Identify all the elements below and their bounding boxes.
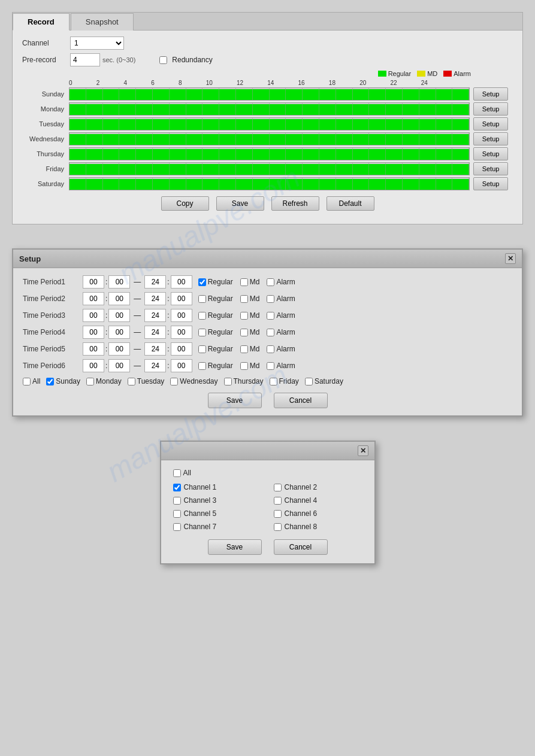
- period-from-m-6[interactable]: [108, 359, 130, 372]
- channel-1-checkbox[interactable]: [173, 484, 181, 491]
- setup-btn-monday[interactable]: Setup: [473, 102, 508, 116]
- period-1-regular-checkbox[interactable]: [198, 278, 206, 286]
- day-monday-checkbox[interactable]: [86, 378, 94, 385]
- period-to-h-3[interactable]: [144, 309, 166, 322]
- day-all-checkbox[interactable]: [23, 378, 31, 385]
- period-5-regular-checkbox[interactable]: [198, 345, 206, 353]
- timeline-friday[interactable]: [69, 162, 470, 175]
- save-button[interactable]: Save: [216, 196, 264, 211]
- redundancy-label: Redundancy: [172, 56, 212, 64]
- period-to-h-2[interactable]: [144, 292, 166, 305]
- redundancy-checkbox[interactable]: [159, 56, 167, 64]
- timeline-monday[interactable]: [69, 102, 470, 116]
- setup-cancel-button[interactable]: Cancel: [274, 393, 328, 408]
- channel-7-checkbox[interactable]: [173, 523, 181, 531]
- legend-alarm-label: Alarm: [454, 70, 471, 77]
- day-tuesday-checkbox[interactable]: [128, 378, 135, 385]
- setup-btn-tuesday[interactable]: Setup: [473, 117, 508, 130]
- setup-btn-sunday[interactable]: Setup: [473, 87, 508, 101]
- period-1-md-checkbox[interactable]: [240, 278, 248, 286]
- period-4-regular-checkbox[interactable]: [198, 329, 206, 336]
- timeline-thursday[interactable]: [69, 147, 470, 160]
- setup-btn-thursday[interactable]: Setup: [473, 147, 508, 160]
- tab-record[interactable]: Record: [13, 13, 69, 31]
- default-button[interactable]: Default: [327, 196, 374, 211]
- channel-4-checkbox[interactable]: [274, 497, 282, 505]
- timeline-saturday[interactable]: [69, 177, 470, 190]
- period-from-h-4[interactable]: [83, 326, 104, 339]
- period-from-m-3[interactable]: [108, 309, 130, 322]
- period-from-m-2[interactable]: [108, 292, 130, 305]
- period-4-alarm-checkbox[interactable]: [267, 329, 274, 336]
- timeline-wednesday[interactable]: [69, 132, 470, 145]
- period-3-md-checkbox[interactable]: [240, 312, 248, 320]
- channel-all-checkbox[interactable]: [173, 469, 181, 477]
- channel-save-button[interactable]: Save: [208, 539, 262, 555]
- period-5-md-checkbox[interactable]: [240, 345, 248, 353]
- day-sunday-checkbox[interactable]: [46, 378, 54, 385]
- channel-2-checkbox[interactable]: [274, 484, 282, 491]
- channel-3-checkbox[interactable]: [173, 497, 181, 505]
- period-row-4: Time Period4:—:RegularMdAlarm: [23, 326, 512, 339]
- setup-btn-wednesday[interactable]: Setup: [473, 132, 508, 145]
- channel-item-4: Channel 4: [274, 496, 362, 505]
- period-to-h-1[interactable]: [144, 275, 166, 289]
- period-1-md: Md: [240, 278, 260, 286]
- setup-close-button[interactable]: ✕: [505, 253, 516, 264]
- channel-close-button[interactable]: ✕: [358, 445, 368, 456]
- day-thursday-checkbox[interactable]: [224, 378, 232, 385]
- day-wednesday-checkbox[interactable]: [170, 378, 178, 385]
- period-from-h-5[interactable]: [83, 342, 104, 356]
- period-from-h-6[interactable]: [83, 359, 104, 372]
- period-from-m-4[interactable]: [108, 326, 130, 339]
- period-from-h-1[interactable]: [83, 275, 104, 289]
- period-1-alarm-checkbox[interactable]: [267, 278, 274, 286]
- setup-btn-saturday[interactable]: Setup: [473, 177, 508, 190]
- setup-btn-friday[interactable]: Setup: [473, 162, 508, 175]
- md-color-dot: [417, 71, 425, 77]
- period-3-alarm-checkbox[interactable]: [267, 312, 274, 320]
- refresh-button[interactable]: Refresh: [271, 196, 319, 211]
- period-to-h-4[interactable]: [144, 326, 166, 339]
- channel-5-checkbox[interactable]: [173, 510, 181, 518]
- regular-color-dot: [378, 71, 386, 77]
- period-2-regular-checkbox[interactable]: [198, 295, 206, 303]
- period-to-m-6[interactable]: [171, 359, 192, 372]
- timeline-tuesday[interactable]: [69, 117, 470, 130]
- day-saturday-checkbox[interactable]: [305, 378, 313, 385]
- period-6-alarm-checkbox[interactable]: [267, 362, 274, 370]
- period-from-m-5[interactable]: [108, 342, 130, 356]
- setup-save-button[interactable]: Save: [208, 393, 262, 408]
- channel-8-checkbox[interactable]: [274, 523, 282, 531]
- schedule-row-friday: FridaySetup: [27, 162, 508, 175]
- copy-button[interactable]: Copy: [161, 196, 209, 211]
- period-to-h-6[interactable]: [144, 359, 166, 372]
- period-4-md-checkbox[interactable]: [240, 329, 248, 336]
- period-row-5: Time Period5:—:RegularMdAlarm: [23, 342, 512, 356]
- channel-cancel-button[interactable]: Cancel: [274, 539, 328, 555]
- period-to-m-4[interactable]: [171, 326, 192, 339]
- period-3-regular-checkbox[interactable]: [198, 312, 206, 320]
- day-label-sunday: Sunday: [27, 90, 69, 98]
- period-2-alarm-checkbox[interactable]: [267, 295, 274, 303]
- period-to-m-5[interactable]: [171, 342, 192, 356]
- prerecord-input[interactable]: [70, 53, 100, 66]
- period-2-md-checkbox[interactable]: [240, 295, 248, 303]
- period-to-h-5[interactable]: [144, 342, 166, 356]
- channel-6-checkbox[interactable]: [274, 510, 282, 518]
- period-from-h-3[interactable]: [83, 309, 104, 322]
- period-6-regular-checkbox[interactable]: [198, 362, 206, 370]
- period-from-m-1[interactable]: [108, 275, 130, 289]
- period-to-m-1[interactable]: [171, 275, 192, 289]
- all-row: All: [173, 469, 362, 477]
- period-6-md-checkbox[interactable]: [240, 362, 248, 370]
- channel-select[interactable]: 1: [70, 37, 124, 50]
- period-from-h-2[interactable]: [83, 292, 104, 305]
- day-friday-checkbox[interactable]: [270, 378, 277, 385]
- tab-snapshot[interactable]: Snapshot: [71, 13, 134, 31]
- period-5-alarm-checkbox[interactable]: [267, 345, 274, 353]
- period-to-m-2[interactable]: [171, 292, 192, 305]
- period-to-m-3[interactable]: [171, 309, 192, 322]
- timeline-grid-monday: [69, 103, 469, 115]
- timeline-sunday[interactable]: [69, 87, 470, 101]
